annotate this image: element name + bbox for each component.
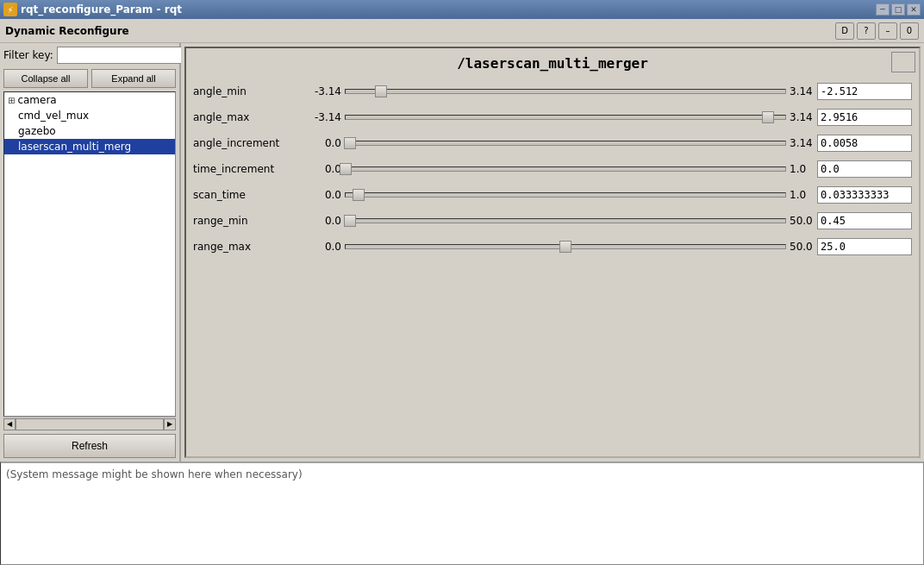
param-value-angle_max[interactable] — [817, 109, 912, 126]
collapse-expand-row: Collapse all Expand all — [3, 69, 176, 88]
toolbar: Dynamic Reconfigure D ? – 0 — [0, 19, 924, 43]
tree-scroll-area: ◀ ▶ — [3, 417, 176, 430]
param-value-angle_min[interactable] — [817, 83, 912, 100]
tree-label-laserscan: laserscan_multi_merg — [18, 141, 131, 153]
param-name-angle_min: angle_min — [193, 85, 314, 97]
minimize-button[interactable]: ─ — [876, 3, 890, 16]
plugin-title: Dynamic Reconfigure — [5, 25, 129, 37]
content-area: Filter key: Collapse all Expand all ⊞ ca… — [0, 43, 924, 461]
param-row-angle_max: angle_max -3.14 3.14 — [193, 108, 912, 127]
slider-thumb-angle_max[interactable] — [762, 111, 774, 123]
slider-track-angle_increment[interactable] — [345, 141, 786, 146]
right-panel: /laserscan_multi_merger angle_min -3.14 … — [181, 43, 924, 461]
param-max-range_max: 50.0 — [786, 241, 817, 253]
param-max-range_min: 50.0 — [786, 215, 817, 227]
tree-item-cmd-vel-mux[interactable]: cmd_vel_mux — [4, 108, 175, 123]
param-row-time_increment: time_increment 0.0 1.0 — [193, 160, 912, 179]
close-plugin-button[interactable]: 0 — [900, 22, 919, 40]
param-row-range_min: range_min 0.0 50.0 — [193, 211, 912, 230]
param-container: /laserscan_multi_merger angle_min -3.14 … — [184, 47, 921, 458]
help-button[interactable]: ? — [857, 22, 876, 40]
tree-container: ⊞ camera cmd_vel_mux gazebo laserscan_mu… — [3, 91, 176, 417]
expand-all-button[interactable]: Expand all — [91, 69, 176, 88]
window-controls: ─ □ ✕ — [876, 3, 921, 16]
param-value-range_min[interactable] — [817, 212, 912, 229]
param-max-angle_min: 3.14 — [786, 85, 817, 97]
collapse-all-button[interactable]: Collapse all — [3, 69, 88, 88]
main-window: Dynamic Reconfigure D ? – 0 Filter key: … — [0, 19, 924, 565]
slider-thumb-scan_time[interactable] — [353, 189, 365, 201]
param-row-scan_time: scan_time 0.0 1.0 — [193, 185, 912, 204]
slider-thumb-range_min[interactable] — [344, 215, 356, 227]
param-min-range_max: 0.0 — [314, 241, 345, 253]
slider-track-time_increment[interactable] — [345, 166, 786, 172]
filter-row: Filter key: — [3, 47, 176, 64]
horizontal-scrollbar[interactable] — [16, 418, 164, 430]
param-max-time_increment: 1.0 — [786, 163, 817, 175]
param-max-scan_time: 1.0 — [786, 189, 817, 201]
slider-track-scan_time[interactable] — [345, 192, 786, 198]
param-name-scan_time: scan_time — [193, 189, 314, 201]
param-max-angle_increment: 3.14 — [786, 137, 817, 149]
toolbar-buttons: D ? – 0 — [835, 22, 919, 40]
tree-item-laserscan[interactable]: laserscan_multi_merg — [4, 139, 175, 154]
param-name-angle_increment: angle_increment — [193, 137, 314, 149]
param-name-range_min: range_min — [193, 215, 314, 227]
system-message: (System message might be shown here when… — [6, 468, 303, 480]
param-row-range_max: range_max 0.0 50.0 — [193, 237, 912, 256]
param-value-angle_increment[interactable] — [817, 135, 912, 152]
param-name-time_increment: time_increment — [193, 163, 314, 175]
slider-track-angle_min[interactable] — [345, 89, 786, 94]
param-row-angle_increment: angle_increment 0.0 3.14 — [193, 134, 912, 153]
left-panel: Filter key: Collapse all Expand all ⊞ ca… — [0, 43, 181, 461]
bottom-message-area: (System message might be shown here when… — [0, 461, 924, 565]
param-name-angle_max: angle_max — [193, 111, 314, 123]
detach-button[interactable]: – — [878, 22, 897, 40]
close-button[interactable]: ✕ — [907, 3, 921, 16]
slider-thumb-range_max[interactable] — [559, 241, 571, 253]
d-button[interactable]: D — [835, 22, 854, 40]
tree-label-cmd-vel-mux: cmd_vel_mux — [18, 110, 89, 122]
slider-thumb-angle_min[interactable] — [375, 85, 387, 97]
slider-thumb-angle_increment[interactable] — [344, 137, 356, 149]
slider-track-angle_max[interactable] — [345, 115, 786, 120]
slider-track-range_max[interactable] — [345, 244, 786, 249]
param-min-range_min: 0.0 — [314, 215, 345, 227]
refresh-button[interactable]: Refresh — [3, 434, 176, 458]
app-icon: ⚡ — [3, 3, 17, 16]
param-min-angle_min: -3.14 — [314, 85, 345, 97]
title-bar-left: ⚡ rqt_reconfigure_Param - rqt — [3, 3, 182, 16]
param-title: /laserscan_multi_merger — [193, 55, 912, 72]
tree-label-gazebo: gazebo — [18, 125, 56, 137]
param-min-angle_increment: 0.0 — [314, 137, 345, 149]
param-name-range_max: range_max — [193, 241, 314, 253]
filter-label: Filter key: — [3, 49, 53, 61]
slider-track-range_min[interactable] — [345, 218, 786, 223]
scroll-right-button[interactable]: ▶ — [164, 418, 176, 430]
param-row-angle_min: angle_min -3.14 3.14 — [193, 82, 912, 101]
param-max-angle_max: 3.14 — [786, 111, 817, 123]
params-area: angle_min -3.14 3.14 angle_max -3.14 3.1… — [193, 82, 912, 256]
param-value-scan_time[interactable] — [817, 186, 912, 204]
tree-label-camera: camera — [17, 94, 56, 106]
param-corner-button[interactable] — [891, 52, 915, 72]
title-bar: ⚡ rqt_reconfigure_Param - rqt ─ □ ✕ — [0, 0, 924, 19]
tree-expander-camera: ⊞ — [8, 96, 15, 105]
param-min-scan_time: 0.0 — [314, 189, 345, 201]
tree-item-camera[interactable]: ⊞ camera — [4, 92, 175, 108]
param-value-time_increment[interactable] — [817, 160, 912, 178]
maximize-button[interactable]: □ — [891, 3, 905, 16]
filter-input[interactable] — [57, 47, 184, 64]
param-value-range_max[interactable] — [817, 238, 912, 255]
scroll-left-button[interactable]: ◀ — [3, 418, 16, 430]
tree-item-gazebo[interactable]: gazebo — [4, 123, 175, 139]
param-min-angle_max: -3.14 — [314, 111, 345, 123]
slider-thumb-time_increment[interactable] — [340, 163, 352, 175]
window-title: rqt_reconfigure_Param - rqt — [21, 3, 182, 16]
